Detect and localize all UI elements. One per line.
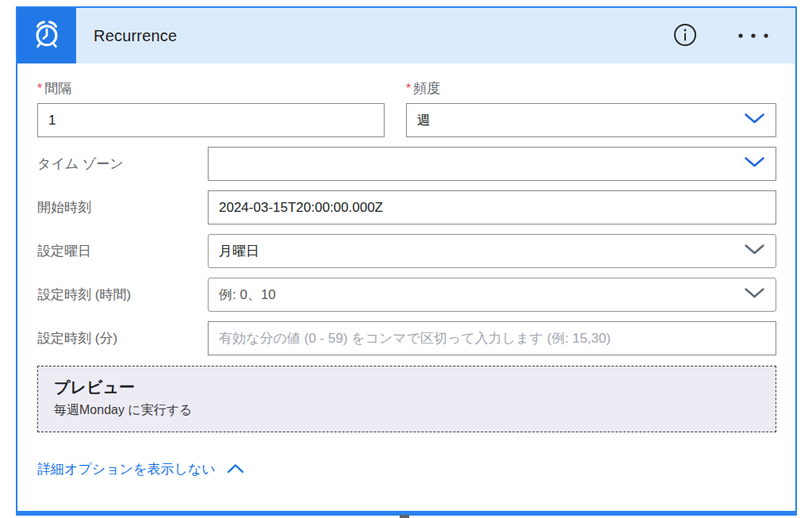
hide-advanced-options-toggle[interactable]: 詳細オプションを表示しない: [37, 460, 244, 478]
frequency-dropdown[interactable]: 週: [406, 103, 776, 137]
interval-label: *間隔: [37, 79, 385, 98]
minutes-input[interactable]: [208, 321, 776, 355]
flow-connector-stub: [400, 515, 409, 518]
preview-box: プレビュー 毎週Monday に実行する: [37, 366, 776, 432]
chevron-up-icon: [227, 462, 244, 478]
card-header[interactable]: Recurrence: [17, 8, 795, 63]
weekday-value: 月曜日: [219, 242, 259, 260]
hours-dropdown[interactable]: 例: 0、10: [208, 278, 776, 312]
ellipsis-icon: [737, 30, 770, 42]
alarm-clock-icon: [29, 17, 64, 55]
card-title: Recurrence: [94, 27, 670, 45]
start-time-input[interactable]: [208, 190, 776, 224]
weekday-label: 設定曜日: [37, 242, 208, 260]
required-marker: *: [37, 82, 42, 95]
required-marker: *: [406, 82, 411, 95]
preview-text: 毎週Monday に実行する: [54, 402, 760, 419]
timezone-dropdown[interactable]: [208, 147, 776, 181]
preview-title: プレビュー: [54, 377, 760, 398]
frequency-label: *頻度: [406, 79, 776, 98]
recurrence-trigger-card: Recurrence: [16, 6, 797, 516]
interval-input[interactable]: [37, 103, 385, 137]
hours-label: 設定時刻 (時間): [37, 286, 208, 304]
frequency-value: 週: [417, 111, 431, 129]
timezone-label: タイム ゾーン: [37, 155, 208, 173]
chevron-down-icon: [744, 287, 765, 303]
minutes-label: 設定時刻 (分): [37, 329, 208, 347]
chevron-down-icon: [744, 244, 765, 259]
toggle-label: 詳細オプションを表示しない: [37, 460, 216, 478]
info-button[interactable]: [670, 20, 700, 52]
hours-placeholder: 例: 0、10: [219, 286, 276, 304]
weekday-dropdown[interactable]: 月曜日: [208, 234, 776, 268]
start-time-label: 開始時刻: [37, 198, 208, 217]
trigger-icon-tile: [17, 8, 76, 63]
chevron-down-icon: [744, 156, 765, 172]
info-icon: [672, 21, 699, 51]
chevron-down-icon: [744, 113, 765, 129]
more-options-button[interactable]: [735, 29, 772, 44]
